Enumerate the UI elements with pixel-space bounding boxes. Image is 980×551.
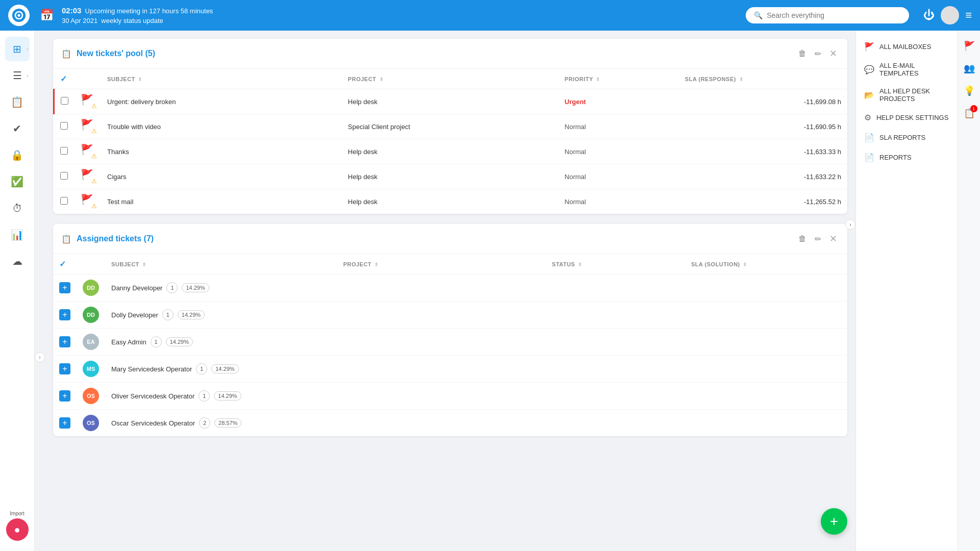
bulb-icon-btn[interactable]: 💡	[960, 82, 978, 100]
chart-icon: 📊	[11, 229, 23, 241]
assignee-info-cell: Danny Developer 1 14.29%	[105, 274, 847, 302]
sort-icon: ⬍	[739, 77, 744, 82]
table-row[interactable]: + DD Danny Developer 1 14.29%	[53, 274, 847, 302]
priority-header[interactable]: PRIORITY ⬍	[558, 69, 679, 89]
ticket-subject[interactable]: Trouble with video	[101, 114, 342, 139]
row-checkbox[interactable]	[54, 114, 75, 139]
all-email-templates-item[interactable]: 💬 ALL E-MAIL TEMPLATES	[856, 57, 958, 82]
all-help-desk-projects-label: ALL HELP DESK PROJECTS	[879, 87, 949, 103]
assigned-sla-header[interactable]: SLA (SOLUTION) ⬍	[685, 254, 847, 274]
assigned-project-header[interactable]: PROJECT ⬍	[337, 254, 546, 274]
list-icon-btn[interactable]: 📋 1	[960, 104, 978, 122]
row-checkbox[interactable]	[54, 89, 75, 114]
ticket-priority: Urgent	[558, 89, 679, 114]
add-button[interactable]: +	[59, 390, 70, 402]
sidenav-item-list[interactable]: ☰ ›	[5, 63, 30, 88]
assigned-subject-header[interactable]: SUBJECT ⬍	[105, 254, 337, 274]
ticket-project: Special Client project	[342, 114, 558, 139]
table-row[interactable]: + OS Oliver Servicedesk Operator 1 14.29…	[53, 383, 847, 410]
power-icon[interactable]: ⏻	[923, 9, 935, 22]
table-row[interactable]: + OS Oscar Servicedesk Operator 2 28.57%	[53, 410, 847, 437]
delete-pool-button[interactable]: 🗑	[796, 47, 808, 60]
ticket-percent-badge: 14.29%	[178, 310, 205, 319]
add-button[interactable]: +	[59, 282, 70, 293]
all-help-desk-projects-item[interactable]: 📂 ALL HELP DESK PROJECTS	[856, 82, 958, 108]
add-button[interactable]: +	[59, 309, 70, 320]
sidenav-item-board[interactable]: 📋	[5, 90, 30, 114]
people-icon-btn[interactable]: 👥	[960, 59, 978, 78]
help-desk-settings-item[interactable]: ⚙ HELP DESK SETTINGS	[856, 108, 958, 128]
sla-header[interactable]: SLA (RESPONSE) ⬍	[679, 69, 847, 89]
table-row[interactable]: 🚩 ⚠ Test mail Help desk Normal -11,265.5…	[54, 189, 848, 214]
sidenav-item-task[interactable]: ✅	[5, 169, 30, 194]
ticket-subject[interactable]: Urgent: delivery broken	[101, 89, 342, 114]
ticket-subject[interactable]: Cigars	[101, 164, 342, 189]
add-assignee-cell[interactable]: +	[53, 302, 77, 329]
ticket-sla: -11,690.95 h	[679, 114, 847, 139]
ticket-subject[interactable]: Test mail	[101, 189, 342, 214]
table-row[interactable]: + DD Dolly Developer 1 14.29%	[53, 302, 847, 329]
add-assignee-cell[interactable]: +	[53, 329, 77, 356]
add-button[interactable]: +	[59, 363, 70, 374]
project-header[interactable]: PROJECT ⬍	[342, 69, 558, 89]
table-row[interactable]: 🚩 ⚠ Trouble with video Special Client pr…	[54, 114, 848, 139]
close-pool-button[interactable]: ✕	[827, 46, 839, 61]
collapse-right-panel-button[interactable]: ›	[845, 219, 855, 230]
ticket-sla: -11,699.08 h	[679, 89, 847, 114]
row-checkbox[interactable]	[54, 139, 75, 164]
ticket-project: Help desk	[342, 164, 558, 189]
close-assigned-button[interactable]: ✕	[827, 231, 839, 246]
reports-item[interactable]: 📄 REPORTS	[856, 147, 958, 167]
add-assignee-cell[interactable]: +	[53, 410, 77, 437]
assigned-icon-header	[77, 254, 105, 274]
help-desk-settings-label: HELP DESK SETTINGS	[876, 114, 948, 121]
add-assignee-cell[interactable]: +	[53, 274, 77, 302]
ticket-type-icon: 🚩 ⚠	[75, 114, 101, 139]
ticket-subject[interactable]: Thanks	[101, 139, 342, 164]
search-box[interactable]: 🔍	[746, 7, 909, 23]
assignee-avatar-cell: EA	[77, 329, 105, 356]
sidenav-item-lock[interactable]: 🔒	[5, 143, 30, 167]
table-row[interactable]: + MS Mary Servicedesk Operator 1 14.29%	[53, 356, 847, 383]
logo[interactable]	[8, 5, 30, 26]
table-row[interactable]: + EA Easy Admin 1 14.29%	[53, 329, 847, 356]
create-fab-button[interactable]: +	[821, 508, 847, 535]
icon-header	[75, 69, 101, 89]
calendar-icon[interactable]: 📅	[40, 9, 54, 22]
sidenav-item-timer[interactable]: ⏱	[5, 196, 30, 220]
ticket-type-icon: 🚩 ⚠	[75, 89, 101, 114]
search-input[interactable]	[767, 11, 901, 19]
sidenav-item-cloud[interactable]: ☁	[5, 249, 30, 273]
sla-reports-item[interactable]: 📄 SLA REPORTS	[856, 128, 958, 147]
sidenav-item-dashboard[interactable]: ⊞ ›	[5, 37, 30, 61]
flag-icon-btn[interactable]: 🚩	[960, 37, 978, 55]
ticket-project: Help desk	[342, 189, 558, 214]
add-assignee-cell[interactable]: +	[53, 383, 77, 410]
table-row[interactable]: 🚩 ⚠ Urgent: delivery broken Help desk Ur…	[54, 89, 848, 114]
import-button[interactable]: ●	[6, 518, 29, 541]
edit-pool-button[interactable]: ✏	[813, 47, 823, 61]
ticket-sla: -11,265.52 h	[679, 189, 847, 214]
assignee-name: Easy Admin	[111, 338, 146, 346]
menu-icon[interactable]: ≡	[965, 9, 972, 22]
sidenav-item-chart[interactable]: 📊	[5, 222, 30, 247]
table-row[interactable]: 🚩 ⚠ Cigars Help desk Normal -11,633.22 h	[54, 164, 848, 189]
add-button[interactable]: +	[59, 417, 70, 429]
avatar[interactable]	[941, 6, 959, 24]
topbar: 📅 02:03 Upcoming meeting in 127 hours 58…	[0, 0, 980, 31]
assigned-status-header[interactable]: STATUS ⬍	[546, 254, 685, 274]
add-button[interactable]: +	[59, 336, 70, 347]
all-mailboxes-item[interactable]: 🚩 ALL MAILBOXES	[856, 37, 958, 57]
row-checkbox[interactable]	[54, 164, 75, 189]
assigned-tickets-table: ✓ SUBJECT ⬍ PROJECT ⬍ STATUS ⬍	[53, 254, 847, 436]
expand-sidenav-button[interactable]: ›	[35, 352, 45, 362]
add-assignee-cell[interactable]: +	[53, 356, 77, 383]
table-row[interactable]: 🚩 ⚠ Thanks Help desk Normal -11,633.33 h	[54, 139, 848, 164]
edit-assigned-button[interactable]: ✏	[813, 232, 823, 246]
sidenav-item-check[interactable]: ✔	[5, 116, 30, 141]
row-checkbox[interactable]	[54, 189, 75, 214]
new-tickets-pool-card: 📋 New tickets' pool (5) 🗑 ✏ ✕ ✓ SUB	[53, 39, 847, 214]
delete-assigned-button[interactable]: 🗑	[796, 232, 808, 245]
subject-header[interactable]: SUBJECT ⬍	[101, 69, 342, 89]
sort-icon: ⬍	[743, 262, 747, 267]
